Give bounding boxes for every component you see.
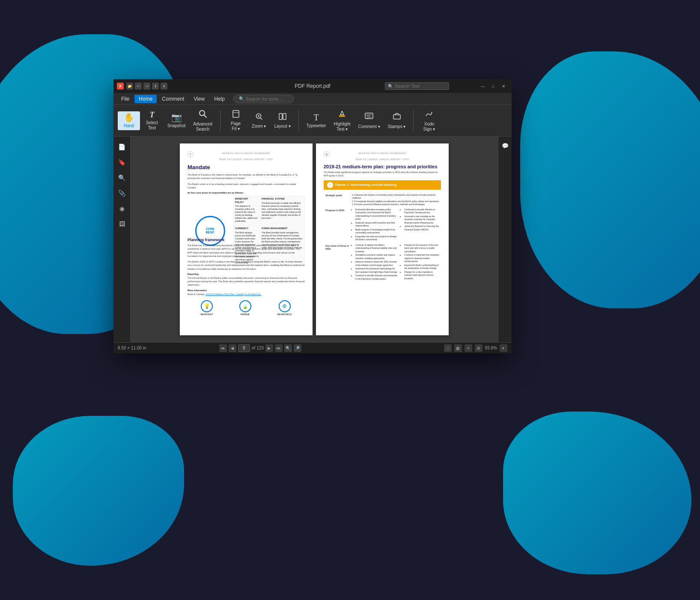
- page-number-8: 8: [324, 151, 330, 157]
- toolbar-xodo-sign-button[interactable]: XodoSign ▾: [418, 107, 440, 134]
- next-page-button[interactable]: ▶: [265, 344, 273, 352]
- system-icon-up[interactable]: ⬆: [152, 83, 159, 90]
- title-search-input[interactable]: [395, 84, 446, 89]
- toolbar-typewriter-button[interactable]: T Typewriter: [303, 111, 330, 130]
- sidebar-bookmarks-button[interactable]: 🔖: [115, 155, 129, 169]
- toolbar-select-text-button[interactable]: T SelectText: [141, 109, 163, 132]
- key-areas-col-right: Prepare for the issuance of the next ban…: [400, 243, 440, 282]
- toolbar-snapshot-button[interactable]: 📷 Snapshot: [164, 111, 189, 130]
- system-icon-redo[interactable]: ↪: [143, 83, 150, 90]
- theme-banner: 1 Theme 1: Reinventing central banking: [324, 180, 441, 190]
- xodo-sign-label: XodoSign ▾: [423, 122, 435, 132]
- menu-home[interactable]: Home: [134, 95, 157, 103]
- svg-rect-9: [283, 113, 286, 119]
- strategic-goals-label: Strategic goals: [325, 193, 350, 207]
- select-text-label: SelectText: [146, 120, 158, 131]
- toolbar-page-fit-button[interactable]: PageFit ▾: [225, 108, 247, 133]
- toolbar-highlight-button[interactable]: HighlightText ▾: [331, 107, 354, 134]
- system-icon-undo[interactable]: ↩: [135, 83, 142, 90]
- toolbar-stamps-button[interactable]: Stamps ▾: [384, 110, 409, 131]
- zoom-out-button[interactable]: 🔍: [284, 344, 292, 352]
- app-icon: X: [117, 83, 124, 90]
- prev-page-button[interactable]: ◀: [229, 344, 236, 352]
- zoom-label: Zoom ▾: [252, 124, 266, 129]
- more-info-text: Bank of Canada, 2019-21 Medium-Term Plan…: [188, 293, 305, 296]
- system-icons: 📁 ↩ ↪ ⬆ ⬇: [126, 83, 167, 90]
- toolbar-comment-button[interactable]: Comment ▾: [355, 110, 384, 131]
- close-button[interactable]: ✕: [499, 82, 508, 90]
- menu-search-bar[interactable]: 🔍: [233, 95, 294, 103]
- menu-comment[interactable]: Comment: [158, 95, 188, 103]
- minimize-button[interactable]: —: [478, 82, 488, 90]
- window-title: PDF Report.pdf: [295, 83, 330, 89]
- system-icon-folder[interactable]: 📁: [126, 83, 133, 90]
- toolbar-sep-3: [413, 110, 414, 131]
- menu-file[interactable]: File: [117, 95, 134, 103]
- sidebar-pages-button[interactable]: 📄: [115, 140, 129, 154]
- renew-circle: 🍃: [239, 300, 251, 312]
- stamps-label: Stamps ▾: [388, 124, 406, 129]
- stamps-icon: [392, 112, 402, 122]
- comment-label: Comment ▾: [358, 124, 380, 129]
- more-info-title: More information: [188, 289, 305, 292]
- svg-line-1: [204, 115, 206, 118]
- first-page-button[interactable]: ⏮: [219, 344, 227, 352]
- key-areas-label: Key areas of focus in 2020: [325, 243, 350, 282]
- status-right: □ ▦ ≡ ⊞ 55.6% ▾: [444, 344, 507, 352]
- toolbar-hand-button[interactable]: ✋ Hand: [118, 111, 140, 130]
- page-size-text: 8.50 × 11.00 in: [118, 346, 146, 350]
- menu-help[interactable]: Help: [210, 95, 229, 103]
- reinvent-circle: 💡: [201, 300, 213, 312]
- toolbar-zoom-button[interactable]: Zoom ▾: [248, 110, 270, 131]
- renew-label: RENEW: [241, 313, 250, 316]
- sidebar-images-button[interactable]: 🖼: [115, 217, 129, 231]
- fit-button[interactable]: ⊞: [475, 344, 483, 352]
- zoom-dropdown-button[interactable]: ▾: [500, 344, 507, 352]
- xodo-sign-icon: [424, 109, 434, 120]
- key-areas-list-left: Continue to deepen the Bank's understand…: [352, 244, 398, 281]
- toolbar-sep-1: [220, 110, 220, 131]
- title-bar-left: X 📁 ↩ ↪ ⬆ ⬇: [117, 83, 167, 90]
- toolbar-advanced-search-button[interactable]: AdvancedSearch: [190, 107, 215, 134]
- maximize-button[interactable]: □: [489, 82, 498, 90]
- page-7-subheader: BANK OF CANADA • ANNUAL REPORT • 2020: [188, 158, 305, 161]
- page-fit-label: PageFit ▾: [231, 121, 241, 131]
- title-search-bar[interactable]: 🔍: [385, 82, 449, 90]
- page-number-input[interactable]: [238, 344, 250, 352]
- system-icon-down[interactable]: ⬇: [161, 83, 167, 90]
- svg-rect-8: [279, 113, 282, 119]
- view-scroll-button[interactable]: ≡: [465, 344, 472, 352]
- reporting-text: The Annual Report is the Bank's public a…: [188, 276, 305, 287]
- typewriter-icon: T: [314, 113, 319, 122]
- right-panel: 💬: [498, 137, 512, 342]
- svg-line-12: [342, 111, 344, 115]
- page-7-header: MANDATE AND PLANNING FRAMEWORK: [188, 152, 305, 155]
- menu-search-input[interactable]: [246, 96, 289, 101]
- svg-rect-2: [233, 110, 239, 117]
- view-double-button[interactable]: ▦: [454, 344, 462, 352]
- toolbar-layout-button[interactable]: Layout ▾: [271, 110, 294, 131]
- sidebar-search-button[interactable]: 🔍: [115, 171, 129, 185]
- zoom-in-button[interactable]: 🔎: [294, 344, 301, 352]
- pdf-page-7: 7 MANDATE AND PLANNING FRAMEWORK BANK OF…: [180, 143, 313, 335]
- page-8-subheader: BANK OF CANADA • ANNUAL REPORT • 2020: [324, 158, 441, 161]
- sidebar-layers-button[interactable]: ◉: [115, 202, 129, 215]
- advanced-search-icon: [198, 109, 208, 120]
- monetary-policy-text: The objective of monetary policy is to p…: [235, 205, 257, 223]
- comment-icon: [364, 112, 374, 122]
- pdf-viewer[interactable]: 7 MANDATE AND PLANNING FRAMEWORK BANK OF…: [131, 137, 498, 342]
- toolbar-group-sign: XodoSign ▾: [416, 107, 442, 134]
- menu-view[interactable]: View: [189, 95, 209, 103]
- funds-title: FUNDS MANAGEMENT: [262, 227, 303, 230]
- svg-line-5: [260, 118, 262, 119]
- hand-label: Hand: [124, 123, 134, 128]
- select-text-icon: T: [150, 111, 155, 119]
- chat-button[interactable]: 💬: [500, 140, 511, 151]
- toolbar-group-main: ✋ Hand T SelectText 📷 Snapshot: [116, 107, 217, 134]
- sidebar-attachments-button[interactable]: 📎: [115, 186, 129, 200]
- page-size-display: 8.50 × 11.00 in: [118, 346, 146, 350]
- last-page-button[interactable]: ⏭: [275, 344, 283, 352]
- svg-rect-17: [393, 115, 400, 119]
- view-single-button[interactable]: □: [444, 344, 452, 352]
- monetary-policy-title: MONETARY POLICY: [235, 197, 257, 204]
